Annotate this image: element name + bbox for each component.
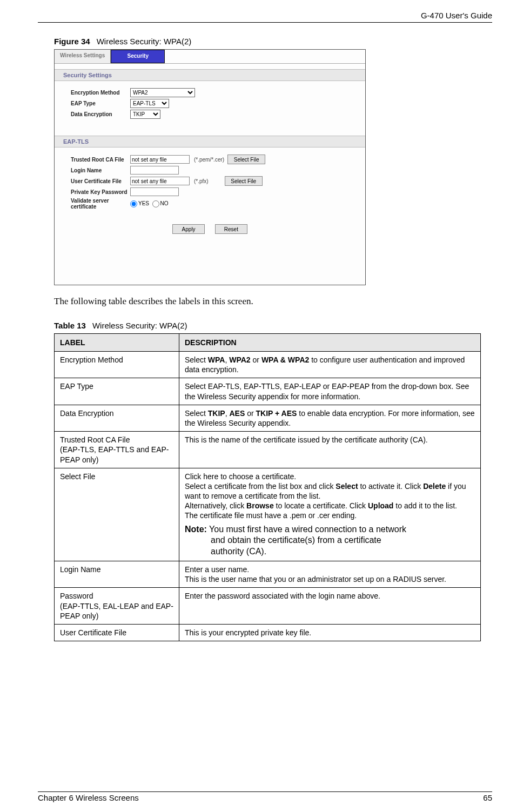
section-security-settings: Security Settings: [55, 69, 365, 81]
validate-yes-text: YES: [138, 200, 149, 206]
validate-no-text: NO: [160, 200, 169, 206]
figure-caption: Figure 34Wireless Security: WPA(2): [54, 37, 492, 46]
ca-file-hint: (*.pem/*.cer): [194, 157, 224, 163]
tab-bar: Wireless Settings Security: [55, 50, 365, 64]
table-row: Select File Click here to choose a certi…: [55, 468, 481, 561]
cell-desc: Click here to choose a certificate. Sele…: [179, 468, 481, 561]
figure-title: Wireless Security: WPA(2): [97, 37, 192, 46]
figure-label: Figure 34: [54, 37, 90, 46]
table-label: Table 13: [54, 321, 86, 330]
table-title: Wireless Security: WPA(2): [92, 321, 187, 330]
cell-desc: This is the name of the certificate issu…: [179, 432, 481, 468]
eap-type-label: EAP Type: [71, 100, 130, 106]
table-row: EAP Type Select EAP-TLS, EAP-TTLS, EAP-L…: [55, 378, 481, 405]
cell-label: Trusted Root CA File(EAP-TLS, EAP-TTLS a…: [55, 432, 179, 468]
table-row: Password(EAP-TTLS, EAL-LEAP and EAP-PEAP…: [55, 588, 481, 625]
user-cert-label: User Certificate File: [71, 178, 130, 184]
cell-label: Select File: [55, 468, 179, 561]
header-rule: [38, 22, 492, 23]
validate-no-option[interactable]: NO: [152, 200, 169, 207]
validate-no-radio[interactable]: [152, 200, 159, 207]
table-header-row: LABEL DESCRIPTION: [55, 334, 481, 352]
tab-security[interactable]: Security: [111, 50, 165, 63]
login-name-label: Login Name: [71, 167, 130, 173]
table-row: Trusted Root CA File(EAP-TLS, EAP-TTLS a…: [55, 432, 481, 468]
apply-button[interactable]: Apply: [172, 224, 205, 234]
cell-label: User Certificate File: [55, 624, 179, 641]
footer-page-number: 65: [483, 793, 492, 802]
description-table: LABEL DESCRIPTION Encryption Method Sele…: [54, 333, 481, 641]
page-footer: Chapter 6 Wireless Screens 65: [38, 789, 492, 802]
col-description: DESCRIPTION: [179, 334, 481, 352]
data-encryption-label: Data Encryption: [71, 111, 130, 117]
security-settings-panel: Encryption Method WPA2 EAP Type EAP-TLS …: [55, 81, 365, 126]
data-encryption-select[interactable]: TKIP: [130, 110, 160, 119]
reset-button[interactable]: Reset: [215, 224, 247, 234]
encryption-method-label: Encryption Method: [71, 90, 130, 96]
cell-desc: Enter a user name.This is the user name …: [179, 561, 481, 588]
validate-yes-radio[interactable]: [130, 200, 137, 207]
table-row: Data Encryption Select TKIP, AES or TKIP…: [55, 405, 481, 431]
cell-desc: This is your encrypted private key file.: [179, 624, 481, 641]
validate-server-cert-label: Validate server certificate: [71, 198, 130, 210]
ca-select-file-button[interactable]: Select File: [227, 155, 265, 164]
cell-label: Password(EAP-TTLS, EAL-LEAP and EAP-PEAP…: [55, 588, 179, 625]
user-cert-input[interactable]: [130, 177, 190, 185]
table-caption: Table 13Wireless Security: WPA(2): [54, 321, 492, 330]
section-eap-tls: EAP-TLS: [55, 136, 365, 147]
cell-desc: Enter the password associated with the l…: [179, 588, 481, 625]
col-label: LABEL: [55, 334, 179, 352]
cell-desc: Select EAP-TLS, EAP-TTLS, EAP-LEAP or EA…: [179, 378, 481, 405]
private-key-password-label: Private Key Password: [71, 189, 130, 195]
cell-desc: Select TKIP, AES or TKIP + AES to enable…: [179, 405, 481, 431]
validate-yes-option[interactable]: YES: [130, 200, 149, 207]
cell-label: Login Name: [55, 561, 179, 588]
private-key-password-input[interactable]: [130, 187, 179, 196]
cell-label: EAP Type: [55, 378, 179, 405]
button-row: Apply Reset: [55, 217, 365, 238]
footer-rule: [38, 791, 492, 792]
footer-chapter: Chapter 6 Wireless Screens: [38, 793, 139, 802]
body-intro-text: The following table describes the labels…: [54, 296, 492, 307]
table-row: Login Name Enter a user name.This is the…: [55, 561, 481, 588]
eap-tls-panel: Trusted Root CA File (*.pem/*.cer) Selec…: [55, 147, 365, 217]
ca-file-input[interactable]: [130, 155, 190, 164]
cell-desc: Select WPA, WPA2 or WPA & WPA2 to config…: [179, 352, 481, 378]
user-cert-select-file-button[interactable]: Select File: [225, 176, 263, 186]
table-row: User Certificate File This is your encry…: [55, 624, 481, 641]
cell-label: Data Encryption: [55, 405, 179, 431]
user-cert-hint: (*.pfx): [194, 178, 209, 184]
header-guide-title: G-470 User's Guide: [38, 11, 492, 20]
cell-label: Encryption Method: [55, 352, 179, 378]
login-name-input[interactable]: [130, 166, 179, 175]
tab-wireless-settings[interactable]: Wireless Settings: [55, 50, 111, 63]
eap-type-select[interactable]: EAP-TLS: [130, 99, 169, 108]
encryption-method-select[interactable]: WPA2: [130, 88, 195, 97]
screenshot-panel: Wireless Settings Security Security Sett…: [54, 49, 366, 285]
ca-file-label: Trusted Root CA File: [71, 157, 130, 163]
table-row: Encryption Method Select WPA, WPA2 or WP…: [55, 352, 481, 378]
